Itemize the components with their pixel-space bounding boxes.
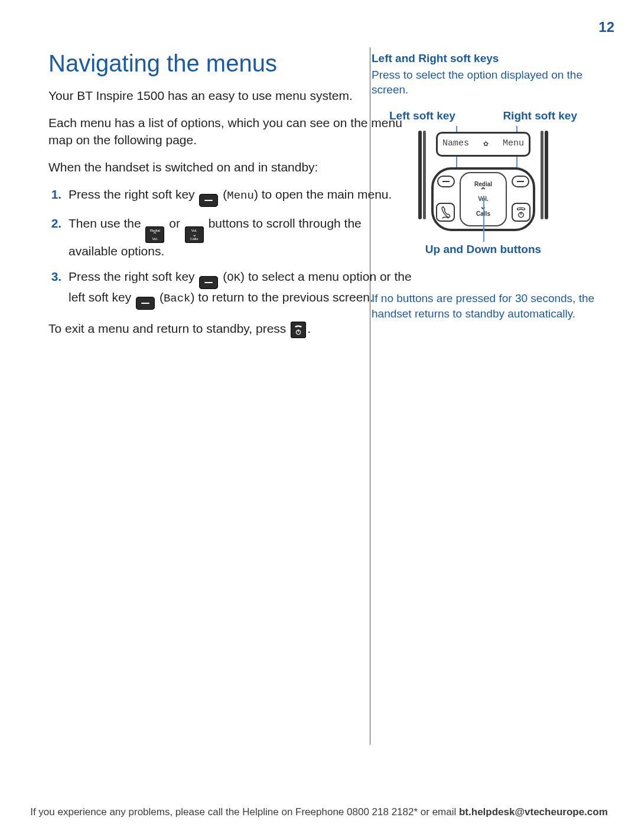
gear-icon: ✿ (483, 138, 488, 150)
handset-diagram: Names ✿ Menu Redial ⌃ Vol. ⌄ Calls (418, 126, 548, 238)
updown-label: Up and Down buttons (372, 242, 595, 257)
nav-up-key-icon: Redial ⌃ Vol. (145, 226, 164, 243)
step-2-or: or (169, 216, 184, 230)
nav-up-bot: Vol. (152, 237, 158, 241)
softkeys-desc: Press to select the option displayed on … (372, 67, 595, 98)
ok-label: OK (227, 271, 240, 284)
left-soft-key-icon (136, 297, 155, 310)
intro-paragraph-1: Your BT Inspire 1500 has an easy to use … (48, 87, 412, 104)
sidebar: Left and Right soft keys Press to select… (370, 47, 601, 745)
step-3: Press the right soft key (OK) to select … (65, 268, 412, 310)
right-soft-key-label: Right soft key (503, 108, 577, 124)
diagram-left-soft-key (437, 176, 455, 187)
step-1-text-a: Press the right soft key (69, 187, 198, 201)
diagram-end-button (512, 203, 530, 222)
back-label: Back (164, 292, 191, 305)
step-3-text-e: ) to return to the previous screen. (191, 290, 373, 304)
handset-side-right (545, 131, 548, 219)
left-soft-key-label: Left soft key (389, 108, 455, 124)
nav-down-bot: Calls (190, 237, 198, 241)
page-number: 12 (598, 18, 614, 37)
step-3-text-d: ( (160, 290, 164, 304)
exit-paragraph: To exit a menu and return to standby, pr… (48, 320, 412, 338)
timeout-note: If no buttons are pressed for 30 seconds… (372, 291, 595, 321)
footer: If you experience any problems, please c… (0, 806, 638, 819)
step-1: Press the right soft key (Menu) to open … (65, 186, 412, 207)
footer-email: bt.helpdesk@vtecheurope.com (459, 806, 608, 818)
screen-right-text: Menu (503, 138, 524, 150)
handset-side-left (418, 131, 422, 219)
exit-text-b: . (307, 322, 311, 335)
handset-screen: Names ✿ Menu (436, 132, 530, 157)
softkeys-title: Left and Right soft keys (372, 51, 595, 66)
step-2: Then use the Redial ⌃ Vol. or Vol. ⌄ Cal… (65, 215, 412, 260)
diagram-talk-button (436, 203, 455, 222)
page-title: Navigating the menus (48, 47, 412, 79)
end-call-key-icon (291, 322, 306, 338)
handset-side-left-inner (423, 131, 426, 219)
menu-label: Menu (227, 189, 254, 202)
main-content: Navigating the menus Your BT Inspire 150… (48, 47, 412, 349)
intro-paragraph-2: Each menu has a list of options, which y… (48, 115, 412, 148)
right-soft-key-icon (199, 194, 218, 207)
nav-down-key-icon: Vol. ⌄ Calls (185, 226, 204, 243)
step-2-text-a: Then use the (69, 216, 144, 230)
softkey-labels-row: Left soft key Right soft key (372, 108, 595, 124)
step-3-text-a: Press the right soft key (69, 270, 198, 283)
dpad-up-icon: ⌃ (480, 188, 487, 194)
steps-list: Press the right soft key (Menu) to open … (48, 186, 412, 309)
callout-line-down (483, 196, 484, 242)
screen-left-text: Names (442, 138, 469, 150)
chevron-down-icon: ⌄ (192, 232, 197, 237)
diagram-right-soft-key (512, 176, 529, 187)
chevron-up-icon: ⌃ (152, 232, 157, 237)
right-soft-key-icon (199, 276, 218, 289)
intro-paragraph-3: When the handset is switched on and in s… (48, 159, 412, 176)
exit-text-a: To exit a menu and return to standby, pr… (48, 322, 289, 335)
footer-text: If you experience any problems, please c… (30, 806, 459, 818)
handset-side-right-inner (541, 131, 543, 219)
